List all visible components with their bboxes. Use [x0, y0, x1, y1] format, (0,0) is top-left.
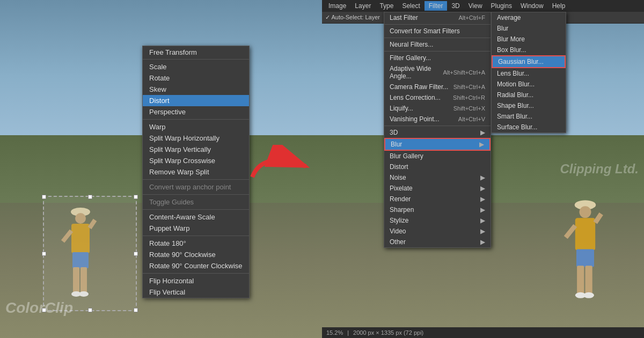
- menu-item-split-c[interactable]: Split Warp Crosswise: [143, 155, 249, 166]
- filter-dropdown: Last FilterAlt+Ctrl+F Convert for Smart …: [384, 12, 491, 248]
- filter-pixelate[interactable]: Pixelate▶: [384, 183, 491, 194]
- menu-divider: [143, 59, 249, 60]
- menu-image[interactable]: Image: [324, 1, 350, 11]
- filter-smart[interactable]: Convert for Smart Filters: [384, 26, 491, 36]
- menu-item-perspective[interactable]: Perspective: [143, 106, 249, 117]
- svg-rect-13: [575, 218, 595, 251]
- blur-surface[interactable]: Surface Blur...: [492, 122, 566, 133]
- svg-line-15: [595, 214, 601, 223]
- menu-item-rotate90cw[interactable]: Rotate 90° Clockwise: [143, 249, 249, 260]
- filter-distort[interactable]: Distort: [384, 161, 491, 172]
- statusbar-size: 2000 px × 1335 px (72 ppi): [353, 329, 423, 336]
- menu-item-rotate[interactable]: Rotate: [143, 72, 249, 84]
- filter-div-3: [384, 51, 491, 52]
- filter-div-1: [384, 24, 491, 25]
- svg-line-14: [566, 226, 575, 238]
- menu-view[interactable]: View: [464, 1, 487, 11]
- blur-radial[interactable]: Radial Blur...: [492, 90, 566, 100]
- handle-bm[interactable]: [88, 308, 92, 312]
- blur-blur[interactable]: Blur: [492, 23, 566, 34]
- filter-sharpen[interactable]: Sharpen▶: [384, 204, 491, 215]
- filter-other[interactable]: Other▶: [384, 237, 491, 247]
- handle-mr[interactable]: [134, 252, 138, 256]
- blur-lens[interactable]: Lens Blur...: [492, 68, 566, 79]
- menu-item-puppet-warp[interactable]: Puppet Warp: [143, 223, 249, 234]
- menu-item-content-aware[interactable]: Content-Aware Scale: [143, 211, 249, 223]
- handle-tm[interactable]: [88, 195, 92, 199]
- menu-item-split-h[interactable]: Split Warp Horizontally: [143, 133, 249, 144]
- menu-item-scale[interactable]: Scale: [143, 61, 249, 72]
- filter-div-4: [384, 126, 491, 126]
- blur-gaussian[interactable]: Gaussian Blur...: [492, 55, 566, 68]
- menu-layer[interactable]: Layer: [350, 1, 375, 11]
- menu-item-convert-anchor: Convert warp anchor point: [143, 181, 249, 193]
- filter-lens[interactable]: Lens Correction...Shift+Ctrl+R: [384, 92, 491, 103]
- blur-motion[interactable]: Motion Blur...: [492, 79, 566, 90]
- menu-item-remove-split[interactable]: Remove Warp Split: [143, 166, 249, 178]
- filter-blur-gallery[interactable]: Blur Gallery: [384, 151, 491, 161]
- blur-more[interactable]: Blur More: [492, 34, 566, 45]
- menu-window[interactable]: Window: [516, 1, 548, 11]
- filter-neural[interactable]: Neural Filters...: [384, 39, 491, 50]
- right-panel: Clipping Ltd. Image Layer Type Select Fi…: [322, 0, 644, 338]
- filter-gallery[interactable]: Filter Gallery...: [384, 53, 491, 63]
- handle-bl[interactable]: [42, 308, 46, 312]
- context-menu: Free Transform Scale Rotate Skew Distort…: [142, 46, 250, 298]
- menu-item-rotate90ccw[interactable]: Rotate 90° Counter Clockwise: [143, 260, 249, 271]
- handle-tl[interactable]: [42, 195, 46, 199]
- svg-point-20: [583, 292, 594, 298]
- handle-br[interactable]: [134, 308, 138, 312]
- handle-tr[interactable]: [134, 195, 138, 199]
- main-layout: ColorClip Free Transform Scale Rotate Sk…: [0, 0, 644, 338]
- person-figure-right: [553, 193, 612, 311]
- svg-point-12: [580, 206, 591, 218]
- menu-divider-4: [143, 194, 249, 195]
- filter-3d[interactable]: 3D▶: [384, 127, 491, 138]
- blur-box[interactable]: Box Blur...: [492, 45, 566, 55]
- blur-smart[interactable]: Smart Blur...: [492, 111, 566, 122]
- filter-stylize[interactable]: Stylize▶: [384, 215, 491, 226]
- menu-plugins[interactable]: Plugins: [487, 1, 516, 11]
- menu-item-warp[interactable]: Warp: [143, 121, 249, 133]
- blur-shape[interactable]: Shape Blur...: [492, 100, 566, 111]
- menu-divider-2: [143, 119, 249, 120]
- filter-adaptive[interactable]: Adaptive Wide Angle...Alt+Shift+Ctrl+A: [384, 63, 491, 82]
- menu-title: Free Transform: [143, 46, 249, 57]
- menu-select[interactable]: Select: [398, 1, 424, 11]
- svg-rect-18: [586, 266, 592, 295]
- menu-item-distort[interactable]: Distort: [143, 95, 249, 106]
- blur-submenu: Average Blur Blur More Box Blur... Gauss…: [491, 12, 566, 133]
- menu-divider-5: [143, 209, 249, 210]
- menu-item-flip-v[interactable]: Flip Vertical: [143, 286, 249, 298]
- handle-ml[interactable]: [42, 252, 46, 256]
- toolbar-content: ✓ Auto-Select: Layer: [325, 14, 380, 21]
- red-arrow: [247, 145, 311, 190]
- svg-rect-17: [577, 266, 584, 295]
- menu-type[interactable]: Type: [375, 1, 398, 11]
- filter-noise[interactable]: Noise▶: [384, 172, 491, 183]
- filter-video[interactable]: Video▶: [384, 226, 491, 237]
- svg-rect-16: [576, 249, 594, 267]
- filter-render[interactable]: Render▶: [384, 194, 491, 204]
- menu-divider-3: [143, 179, 249, 180]
- filter-camera-raw[interactable]: Camera Raw Filter...Shift+Ctrl+A: [384, 82, 491, 92]
- menu-filter[interactable]: Filter: [425, 1, 448, 11]
- menu-item-toggle-guides: Toggle Guides: [143, 196, 249, 208]
- menu-divider-7: [143, 273, 249, 274]
- menu-item-rotate180[interactable]: Rotate 180°: [143, 238, 249, 249]
- filter-vanishing[interactable]: Vanishing Point...Alt+Ctrl+V: [384, 114, 491, 124]
- filter-last[interactable]: Last FilterAlt+Ctrl+F: [384, 12, 491, 23]
- statusbar-zoom: 15.2%: [326, 329, 343, 336]
- filter-liquify[interactable]: Liquify...Shift+Ctrl+X: [384, 103, 491, 114]
- ps-menubar: Image Layer Type Select Filter 3D View P…: [322, 0, 644, 12]
- menu-divider-6: [143, 236, 249, 236]
- filter-div-2: [384, 38, 491, 38]
- menu-3d[interactable]: 3D: [447, 1, 464, 11]
- filter-blur[interactable]: Blur▶: [384, 138, 491, 151]
- ps-statusbar: 15.2% | 2000 px × 1335 px (72 ppi): [322, 327, 644, 338]
- menu-item-flip-h[interactable]: Flip Horizontal: [143, 275, 249, 286]
- blur-average[interactable]: Average: [492, 12, 566, 23]
- menu-item-split-v[interactable]: Split Warp Vertically: [143, 144, 249, 155]
- menu-item-skew[interactable]: Skew: [143, 84, 249, 95]
- menu-help[interactable]: Help: [548, 1, 570, 11]
